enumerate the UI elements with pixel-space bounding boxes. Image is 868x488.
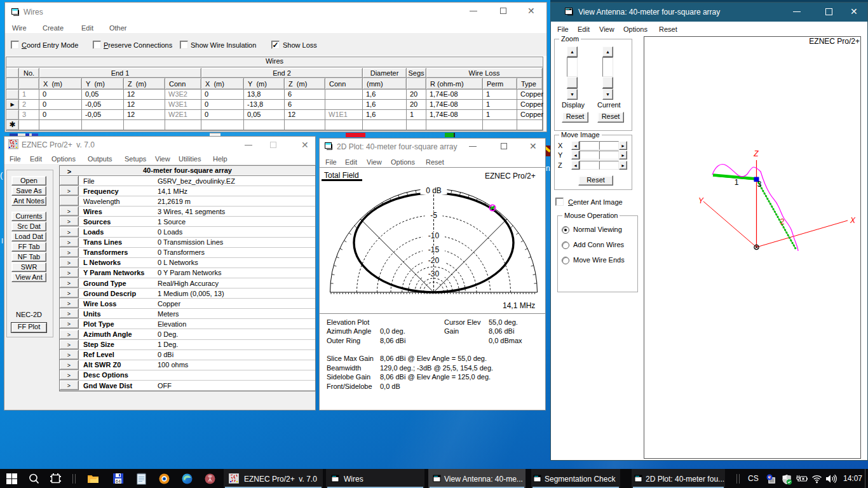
svg-text:64: 64 bbox=[116, 479, 121, 484]
svg-text:-5: -5 bbox=[430, 211, 437, 220]
svg-text:Z: Z bbox=[753, 149, 759, 158]
svg-text:3: 3 bbox=[757, 180, 762, 189]
svg-text:-10: -10 bbox=[428, 231, 440, 240]
svg-text:0 dB: 0 dB bbox=[426, 186, 442, 195]
svg-text:Y: Y bbox=[698, 196, 704, 205]
svg-text:X: X bbox=[850, 216, 856, 225]
svg-text:-15: -15 bbox=[428, 245, 440, 254]
svg-text:2: 2 bbox=[780, 217, 785, 226]
svg-text:-30: -30 bbox=[428, 269, 440, 278]
svg-text:EZNEC Pro/2+: EZNEC Pro/2+ bbox=[809, 37, 860, 46]
svg-text:1: 1 bbox=[735, 178, 739, 187]
svg-text:-20: -20 bbox=[428, 256, 440, 265]
